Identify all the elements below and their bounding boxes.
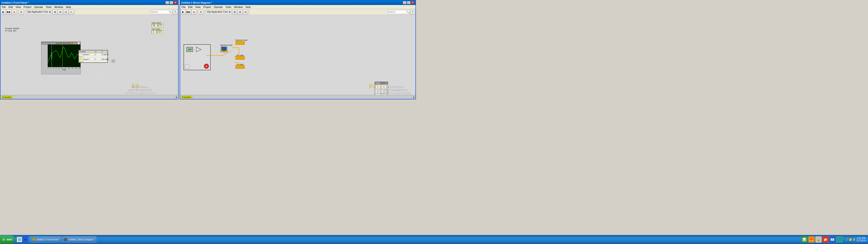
taskbar-item-bd[interactable]: Untitled 1 Block Diagram * xyxy=(62,236,96,243)
maximize-button[interactable]: □ xyxy=(169,1,173,4)
bd-menu-tools[interactable]: Tools xyxy=(224,5,232,9)
search-box: 🔍 xyxy=(150,10,172,14)
taskbar-icon-app5[interactable]: 🎵 xyxy=(836,236,843,243)
bd-maximize-button[interactable]: □ xyxy=(407,1,410,4)
bd-abort-button[interactable]: ■ xyxy=(191,9,196,14)
front-panel-window: Untitled 1 Front Panel * ─ □ ✕ File Edit… xyxy=(0,0,179,99)
front-panel-title: Untitled 1 Front Panel * xyxy=(1,1,29,4)
taskbar: start 🌐 e Untitled 1 Front Panel * Untit… xyxy=(0,235,868,244)
block-diagram-title-bar: Untitled 1 Block Diagram * ─ □ ✕ xyxy=(180,0,415,5)
waveform-graph-terminal-2 xyxy=(236,41,245,45)
font-selector[interactable]: 15pt Application Font xyxy=(26,10,52,14)
min-value-terminal xyxy=(236,65,245,69)
search-input[interactable] xyxy=(151,11,169,13)
cursor-1-y: 63.1486 xyxy=(101,58,108,61)
bd-menu-file[interactable]: File xyxy=(180,5,187,9)
y-axis-labels: 100 80 60 40 20 0 xyxy=(41,44,48,70)
max-value-label-bd: max value xyxy=(236,55,245,56)
menu-tools[interactable]: Tools xyxy=(44,5,53,9)
bd-menu-edit[interactable]: Edit xyxy=(187,5,194,9)
menu-operate[interactable]: Operate xyxy=(33,5,44,9)
run-button[interactable]: ▶ xyxy=(1,9,6,14)
start-label: start xyxy=(6,238,12,241)
reorder-button[interactable]: ≡ xyxy=(69,9,74,14)
while-loop: 100 ■ i xyxy=(184,44,211,70)
taskbar-icon-excel[interactable]: 📊 xyxy=(801,236,808,243)
front-panel-toolbar: ▶ ▶▶ ■ ⏸ 15pt Application Font ⊞ ⊟ ⊡ ≡ 🔍… xyxy=(0,9,178,15)
menu-help[interactable]: Help xyxy=(64,5,72,9)
distribute-button[interactable]: ⊟ xyxy=(58,9,63,14)
cursor-0-color xyxy=(79,53,82,55)
waveform-graph-terminal-1[interactable]: Graph xyxy=(220,46,228,53)
waveform-graph-label-2: Waveform Graph xyxy=(236,39,248,41)
ni-bd-name-2: INSTRUMENTS xyxy=(381,89,411,92)
cursor-table-header: Cursors X Y xyxy=(79,50,107,53)
menu-view[interactable]: View xyxy=(14,5,22,9)
bd-toolbar-btn-3[interactable]: ⊡ xyxy=(243,9,248,14)
graph-plot-area[interactable]: Amplitude xyxy=(48,44,81,67)
taskbar-icon-app2[interactable]: 🔒 xyxy=(815,236,822,243)
bd-help-button[interactable]: ? xyxy=(410,9,415,14)
bd-toolbar-btn-1[interactable]: ⊞ xyxy=(232,9,237,14)
cursor-0-x: 1 xyxy=(95,53,101,56)
graph-terminal-label: Graph xyxy=(221,50,227,52)
taskbar-icon-app3[interactable]: 📁 xyxy=(822,236,829,243)
menu-file[interactable]: File xyxy=(0,5,7,9)
stop-button[interactable]: ■ xyxy=(204,64,209,69)
cursor-0-plot-row: Plot 0 xyxy=(79,56,107,58)
taskbar-item-fp[interactable]: Untitled 1 Front Panel * xyxy=(30,236,61,243)
pause-button[interactable]: ⏸ xyxy=(19,9,24,14)
help-icon-button[interactable]: ? xyxy=(173,9,178,14)
graph-display-area: 100 80 60 40 20 0 Amplitude xyxy=(41,44,81,70)
start-button[interactable]: start xyxy=(0,236,15,244)
minimize-button[interactable]: ─ xyxy=(165,1,169,4)
menu-edit[interactable]: Edit xyxy=(7,5,14,9)
taskbar-icon-app4[interactable]: 📧 xyxy=(829,236,836,243)
taskbar-icon-app1[interactable]: 🦊 xyxy=(808,236,815,243)
ni-name-2: INSTRUMENTS xyxy=(125,89,156,92)
close-button[interactable]: ✕ xyxy=(174,1,177,4)
ni-bd-name-3: LabVIEW Evaluation Software xyxy=(381,92,411,94)
bd-search-input[interactable] xyxy=(388,11,406,13)
cursor-close-button[interactable]: ✕ xyxy=(111,59,115,63)
run-continuously-button[interactable]: ▶▶ xyxy=(6,9,11,14)
quicklaunch-ie[interactable]: 🌐 xyxy=(17,237,22,242)
clock-time: 4:37 PM xyxy=(856,237,866,240)
abort-button[interactable]: ■ xyxy=(12,9,17,14)
block-diagram-toolbar: ▶ ▶▶ ■ ⏸ 15pt Application Font ⊞ ⊟ ⊡ 🔍 ? xyxy=(180,9,415,15)
block-diagram-title: Untitled 1 Block Diagram * xyxy=(181,1,212,4)
bd-minimize-button[interactable]: ─ xyxy=(403,1,406,4)
bd-run-button[interactable]: ▶ xyxy=(181,9,186,14)
menu-project[interactable]: Project xyxy=(22,5,33,9)
quicklaunch-edge[interactable]: e xyxy=(23,237,28,242)
bd-menu-operate[interactable]: Operate xyxy=(213,5,224,9)
resize-button[interactable]: ⊡ xyxy=(63,9,68,14)
bd-menu-project[interactable]: Project xyxy=(202,5,212,9)
bd-close-button[interactable]: ✕ xyxy=(411,1,414,4)
eval-scroll-bd: ◄ xyxy=(412,96,414,98)
bd-search-icon: 🔍 xyxy=(406,11,409,13)
block-diagram-menu-bar: File Edit View Project Operate Tools Win… xyxy=(180,5,415,9)
front-panel-eval-bar: Evaluation ◄ xyxy=(0,95,178,99)
svg-rect-16 xyxy=(375,84,376,88)
bd-run-continuously-button[interactable]: ▶▶ xyxy=(186,9,191,14)
quick-launch: 🌐 e xyxy=(16,237,29,242)
bd-toolbar-btn-2[interactable]: ⊟ xyxy=(238,9,243,14)
bd-menu-help[interactable]: Help xyxy=(244,5,252,9)
bd-font-selector[interactable]: 15pt Application Font xyxy=(206,10,232,14)
bd-pause-button[interactable]: ⏸ xyxy=(198,9,204,14)
clock: 4:37 PM 7/27/2014 xyxy=(856,237,866,242)
eval-scroll-fp: ◄ xyxy=(175,96,177,98)
bd-menu-view[interactable]: View xyxy=(194,5,202,9)
menu-window[interactable]: Window xyxy=(53,5,64,9)
ni-logo-bd xyxy=(368,83,377,90)
max-value-display: 91.9173 xyxy=(152,24,163,27)
bd-menu-window[interactable]: Window xyxy=(232,5,244,9)
bd-search-box: 🔍 xyxy=(388,10,410,14)
ni-bd-name-1: NATIONAL xyxy=(381,86,411,89)
min-value-label-bd: min value xyxy=(236,63,245,65)
block-diagram-content: 100 ■ i Waveform Graph Graph xyxy=(180,15,415,99)
align-button[interactable]: ⊞ xyxy=(53,9,57,14)
waveform-graph-indicator-container: Waveform Graph Graph xyxy=(220,44,232,53)
graph-menu-button[interactable]: ▼ xyxy=(78,42,80,44)
